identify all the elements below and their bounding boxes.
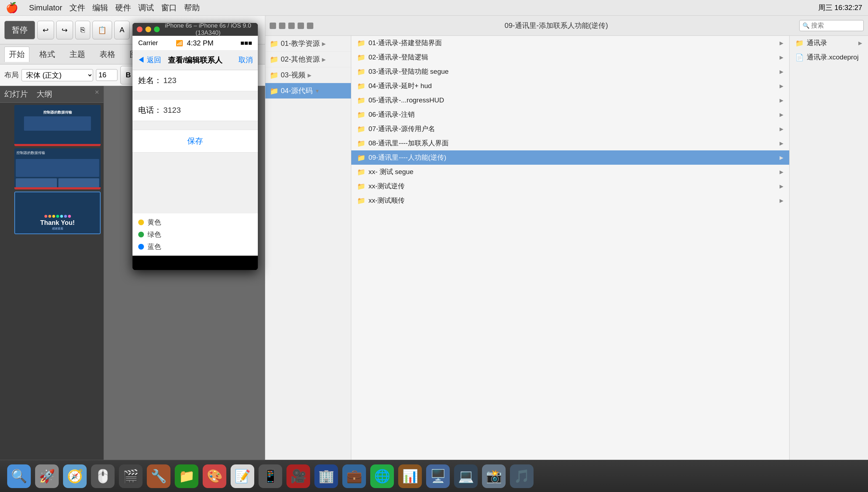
dock-notes[interactable]: 📝 xyxy=(231,464,254,488)
dock-finder[interactable]: 🔍 xyxy=(7,464,31,488)
panel-close[interactable]: ✕ xyxy=(95,89,99,100)
sim-minimize-button[interactable] xyxy=(145,26,151,32)
phone-input[interactable] xyxy=(163,106,258,115)
xcode-file-item-8[interactable]: 📁 09-通讯里----人功能(逆传) ▶ xyxy=(351,150,789,165)
pause-button[interactable]: 暂停 xyxy=(4,21,35,39)
xcode-file-item-5[interactable]: 📁 06-通讯录-注销 ▶ xyxy=(351,107,789,122)
toolbar-paste[interactable]: 📋 xyxy=(92,21,112,39)
slide-thumbnail-13[interactable]: Thank You! 感谢观看 xyxy=(14,192,101,234)
xcode-file-item-4[interactable]: 📁 05-通讯录-...rogressHUD ▶ xyxy=(351,93,789,107)
xcode-sidebar-arrow-03: ▶ xyxy=(308,72,312,78)
sim-maximize-button[interactable] xyxy=(154,26,160,32)
dock-tools[interactable]: 🔧 xyxy=(147,464,170,488)
legend-yellow-dot xyxy=(138,220,144,225)
dock-monitor[interactable]: 🖥️ xyxy=(426,464,450,488)
panel-tab-outline[interactable]: 大纲 xyxy=(37,89,52,100)
dock-launchpad[interactable]: 🚀 xyxy=(35,464,59,488)
legend-yellow-label: 黄色 xyxy=(148,218,161,227)
simulator-window: iPhone 6s – iPhone 6s / iOS 9.0 (13A340)… xyxy=(132,23,258,270)
file-arrow-6: ▶ xyxy=(780,126,783,132)
menu-debug[interactable]: 调试 xyxy=(138,3,154,13)
dock-dvd[interactable]: 🎬 xyxy=(119,464,143,488)
xcode-sidebar-item-01[interactable]: 📁 01-教学资源 ▶ xyxy=(265,36,351,52)
xcode-content: 📁 01-教学资源 ▶ 📁 02-其他资源 ▶ 📁 03-视频 ▶ 📁 04-源… xyxy=(265,36,868,492)
xcode-sidebar-item-04[interactable]: 📁 04-源代码 ▼ xyxy=(265,83,351,99)
dock-briefcase[interactable]: 💼 xyxy=(342,464,366,488)
right-panel-item-tonxlu[interactable]: 📁 通讯录 ▶ xyxy=(790,36,868,50)
slide-thumbnail-12[interactable]: 控制器的数据传输 xyxy=(14,148,101,189)
nav-title: 查看/编辑联系人 xyxy=(168,55,223,65)
xcode-file-item-7[interactable]: 📁 08-通讯里----加联系人界面 ▶ xyxy=(351,136,789,150)
toolbar-undo[interactable]: ↩ xyxy=(37,21,54,39)
xcode-file-item-11[interactable]: 📁 xx-测试顺传 ▶ xyxy=(351,193,789,208)
xcode-file-item-3[interactable]: 📁 04-通讯录-延时+ hud ▶ xyxy=(351,79,789,93)
toolbar-redo[interactable]: ↪ xyxy=(56,21,73,39)
search-icon: 🔍 xyxy=(802,22,810,29)
slide-thumbnail-11[interactable]: 控制器的数据传输 xyxy=(14,105,101,146)
xcode-file-items: 📁 01-通讯录-搭建登陆界面 ▶📁 02-通讯录-登陆逻辑 ▶📁 03-通讯录… xyxy=(351,36,789,208)
file-name-5: 06-通讯录-注销 xyxy=(368,110,415,119)
name-input[interactable] xyxy=(163,76,258,85)
menu-file[interactable]: 文件 xyxy=(69,3,85,13)
dock-video[interactable]: 🎥 xyxy=(286,464,310,488)
menu-window[interactable]: 窗口 xyxy=(161,3,177,13)
nav-cancel-button[interactable]: 取消 xyxy=(238,55,253,65)
folder-icon-2: 📁 xyxy=(357,68,366,76)
dock-office[interactable]: 🏢 xyxy=(314,464,338,488)
apple-menu[interactable]: 🍎 xyxy=(6,2,18,14)
panel-tab-slides[interactable]: 幻灯片 xyxy=(4,89,28,100)
toolbar-format[interactable]: A xyxy=(114,21,130,39)
tab-start[interactable]: 开始 xyxy=(4,47,29,62)
menu-edit[interactable]: 编辑 xyxy=(92,3,108,13)
right-panel-item-xcodeproj[interactable]: 📄 通讯录.xcodeproj xyxy=(790,50,868,64)
xcode-sidebar-arrow-01: ▶ xyxy=(322,41,326,47)
dock-music[interactable]: 🎵 xyxy=(510,464,534,488)
save-button[interactable]: 保存 xyxy=(187,136,203,145)
dock-camera[interactable]: 📸 xyxy=(482,464,506,488)
tab-table[interactable]: 表格 xyxy=(95,47,120,62)
xcode-back-btn[interactable] xyxy=(270,23,276,29)
xcode-action-btn[interactable] xyxy=(288,23,295,29)
iphone-status-bar: Carrier 📶 4:32 PM ■■■ xyxy=(132,36,258,50)
file-arrow-0: ▶ xyxy=(780,40,783,46)
sim-close-button[interactable] xyxy=(137,26,143,32)
menu-help[interactable]: 帮助 xyxy=(184,3,200,13)
xcode-search-input[interactable] xyxy=(811,22,860,29)
legend-yellow: 黄色 xyxy=(138,216,252,228)
nav-back-button[interactable]: ◀ 返回 xyxy=(138,55,161,65)
menu-simulator[interactable]: Simulator xyxy=(29,3,62,13)
xcode-fwd-btn[interactable] xyxy=(279,23,285,29)
xcode-tags-btn[interactable] xyxy=(307,23,313,29)
dock-sketch[interactable]: 🎨 xyxy=(203,464,226,488)
iphone-home-indicator xyxy=(132,256,258,270)
dock-phone[interactable]: 📱 xyxy=(259,464,282,488)
dock-safari[interactable]: 🧭 xyxy=(63,464,87,488)
font-size-input[interactable] xyxy=(96,69,117,81)
file-arrow-5: ▶ xyxy=(780,112,783,117)
tab-theme[interactable]: 主题 xyxy=(65,47,90,62)
file-arrow-2: ▶ xyxy=(780,69,783,74)
dock-chart[interactable]: 📊 xyxy=(398,464,422,488)
font-selector[interactable]: 宋体 (正文) xyxy=(21,69,93,81)
menu-hardware[interactable]: 硬件 xyxy=(115,3,131,13)
xcode-sidebar-item-03[interactable]: 📁 03-视频 ▶ xyxy=(265,67,351,83)
xcode-share-btn[interactable] xyxy=(298,23,304,29)
file-name-3: 04-通讯录-延时+ hud xyxy=(368,81,432,91)
xcode-file-item-2[interactable]: 📁 03-通讯录-登陆功能 segue ▶ xyxy=(351,64,789,79)
xcode-breadcrumb: 09-通讯里-添加联系人功能(逆传) xyxy=(316,21,796,30)
menubar-datetime: 周三 16:32:27 xyxy=(818,3,862,13)
dock-laptop[interactable]: 💻 xyxy=(454,464,478,488)
xcode-file-item-1[interactable]: 📁 02-通讯录-登陆逻辑 ▶ xyxy=(351,50,789,64)
toolbar-copy[interactable]: ⎘ xyxy=(75,21,90,39)
slide-red-bar-11 xyxy=(14,144,101,146)
xcode-file-item-6[interactable]: 📁 07-通讯录-源传用户名 ▶ xyxy=(351,122,789,136)
xcode-file-item-9[interactable]: 📁 xx- 测试 segue ▶ xyxy=(351,165,789,179)
dock-mouse[interactable]: 🖱️ xyxy=(91,464,115,488)
dock-web[interactable]: 🌐 xyxy=(370,464,394,488)
xcode-file-item-10[interactable]: 📁 xx-测试逆传 ▶ xyxy=(351,179,789,193)
dock-apps[interactable]: 📁 xyxy=(175,464,198,488)
folder-icon-5: 📁 xyxy=(357,111,366,119)
xcode-file-item-0[interactable]: 📁 01-通讯录-搭建登陆界面 ▶ xyxy=(351,36,789,50)
tab-format[interactable]: 格式 xyxy=(35,47,59,62)
xcode-sidebar-item-02[interactable]: 📁 02-其他资源 ▶ xyxy=(265,52,351,67)
